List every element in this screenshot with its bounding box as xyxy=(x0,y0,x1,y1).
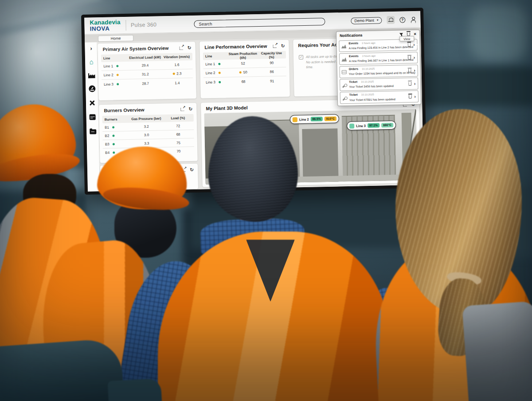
table-header: Line Steam Production (t/h) Capacity Use… xyxy=(203,51,286,60)
refresh-icon[interactable]: ↻ xyxy=(281,43,285,48)
sidebar-item-dashboard[interactable] xyxy=(86,85,98,92)
search-input[interactable] xyxy=(194,18,325,28)
column-header: Steam Production (t/h) xyxy=(227,51,260,59)
line-color-swatch xyxy=(349,123,354,128)
notifications-panel: Notifications × View xyxy=(336,30,421,106)
factory-icon xyxy=(88,72,95,78)
chair-left xyxy=(0,338,125,401)
notification-text: Your Ticket 67891 has been updated xyxy=(349,97,395,101)
open-in-new-icon[interactable] xyxy=(180,106,185,111)
chair-right xyxy=(462,301,532,401)
table-row: Line 3 28.7 1.4 xyxy=(102,78,193,89)
header-divider xyxy=(126,20,126,30)
sidebar-item-maintenance[interactable] xyxy=(86,99,98,106)
notification-type: Events xyxy=(349,54,359,58)
open-in-new-icon[interactable] xyxy=(273,43,278,48)
line-temperature-badge: 880°C xyxy=(381,123,393,128)
bell-icon xyxy=(388,17,393,22)
card-title: My Plant 3D Model xyxy=(206,105,248,111)
delete-notification-icon[interactable] xyxy=(408,69,411,72)
plant-selector[interactable]: Demo Plant ▾ xyxy=(351,17,382,24)
notification-time: 3 hours ago xyxy=(362,54,376,58)
delete-notification-icon[interactable] xyxy=(408,56,411,59)
background-beam xyxy=(417,67,532,106)
notification-text: A new Finding 346.987 in Line 1 has been… xyxy=(349,58,413,63)
notifications-button[interactable] xyxy=(387,16,395,24)
header-actions: Demo Plant ▾ ? xyxy=(351,11,416,29)
line-temperature-badge: 910°C xyxy=(325,116,336,121)
background-light xyxy=(470,4,528,61)
refresh-icon[interactable]: ↻ xyxy=(188,106,192,111)
chevron-right-icon[interactable]: › xyxy=(414,81,416,86)
line-capacity-badge: 88.5% xyxy=(310,117,322,122)
calendar-icon xyxy=(90,114,96,120)
checkbox-checked-icon: ✓ xyxy=(299,55,303,59)
notification-type: Ticket xyxy=(349,93,358,97)
sidebar-expand-button[interactable]: › xyxy=(85,45,97,51)
plant-selector-value: Demo Plant xyxy=(354,18,374,23)
notifications-title: Notifications xyxy=(340,32,399,38)
notification-time: 3 hours ago xyxy=(362,41,376,45)
view-tooltip: View xyxy=(399,36,414,42)
notification-time: 10.10.2025 xyxy=(361,93,374,97)
close-icon[interactable]: × xyxy=(414,32,416,36)
delete-notification-icon[interactable] xyxy=(408,95,411,98)
model-line-label[interactable]: Line 2 88.5% 910°C xyxy=(290,114,339,124)
notification-time: 10.10.2025 xyxy=(362,67,375,71)
card-line-performance: Line Performance Overview ↻ Line Steam P… xyxy=(199,39,290,99)
line-name: Line 2 xyxy=(299,117,309,121)
gauge-icon xyxy=(89,85,95,92)
brand-logo: Kanadevia INOVA xyxy=(90,19,121,31)
tab-home[interactable]: Home xyxy=(98,35,133,42)
notification-type: Events xyxy=(348,41,358,45)
line-capacity-badge: 97.1% xyxy=(368,123,379,128)
column-header: Burners xyxy=(105,117,128,122)
delete-notification-icon[interactable] xyxy=(407,43,411,47)
column-header: Line xyxy=(205,54,227,58)
sidebar-item-documents[interactable] xyxy=(86,128,99,134)
chair-middle xyxy=(108,378,162,401)
clear-all-icon[interactable] xyxy=(407,32,410,36)
notification-type-icon xyxy=(342,84,347,88)
card-title: Primary Air System Overview xyxy=(102,45,168,52)
chevron-down-icon: ▾ xyxy=(377,19,379,22)
chevron-right-icon[interactable]: › xyxy=(414,68,415,73)
card-title: Burners Overview xyxy=(104,107,145,113)
notification-type: Orders xyxy=(349,67,359,71)
notification-type-icon xyxy=(342,70,347,74)
notification-item[interactable]: Ticket 10.10.2025 Your Ticket 67891 has … xyxy=(340,90,419,104)
scene-photo: Kanadevia INOVA Pulse 360 Demo Plant ▾ ? xyxy=(0,0,532,401)
table-row: Line 3 68 91 xyxy=(203,76,286,87)
sidebar-item-calendar[interactable] xyxy=(86,114,99,120)
home-icon: ⌂ xyxy=(89,58,93,65)
open-in-new-icon[interactable] xyxy=(180,45,184,50)
brand-line2: INOVA xyxy=(90,25,121,32)
background-pipe xyxy=(0,8,93,38)
column-header: Capacity Use (%) xyxy=(259,51,284,59)
column-header: Electrical Load (kW) xyxy=(127,55,163,60)
refresh-icon[interactable]: ↻ xyxy=(188,45,192,50)
notification-type-icon xyxy=(342,97,347,101)
account-button[interactable] xyxy=(410,16,416,22)
chevron-right-icon: › xyxy=(90,46,92,51)
notification-item[interactable]: Orders 10.10.2025 Your Order 1234 has be… xyxy=(339,65,418,78)
help-button[interactable]: ? xyxy=(399,17,405,23)
brand-line1: Kanadevia xyxy=(90,19,121,26)
notification-text: Your Order 1234 has been shipped and its… xyxy=(349,71,415,75)
chevron-right-icon[interactable]: › xyxy=(414,55,415,60)
column-header: Line xyxy=(103,56,127,60)
sidebar-item-plant[interactable] xyxy=(86,72,98,79)
refresh-icon[interactable]: ↻ xyxy=(190,167,194,172)
delete-notification-icon[interactable] xyxy=(408,82,411,86)
product-name: Pulse 360 xyxy=(131,21,157,28)
line-name: Line 3 xyxy=(356,124,366,128)
notification-time: 10.10.2025 xyxy=(361,80,374,84)
chevron-right-icon[interactable]: › xyxy=(413,43,415,47)
notification-text: A new Finding 123.456 in Line 2 has been… xyxy=(349,45,413,50)
chevron-right-icon[interactable]: › xyxy=(414,94,416,99)
model-line-label[interactable]: Line 3 97.1% 880°C xyxy=(347,121,396,130)
sidebar-item-home[interactable]: ⌂ xyxy=(85,58,98,65)
notification-type-icon xyxy=(341,43,346,48)
notification-item[interactable]: Events 3 hours ago A new Finding 346.987… xyxy=(339,52,418,65)
notification-item[interactable]: Ticket 10.10.2025 Your Ticket 3456 has b… xyxy=(340,78,419,91)
